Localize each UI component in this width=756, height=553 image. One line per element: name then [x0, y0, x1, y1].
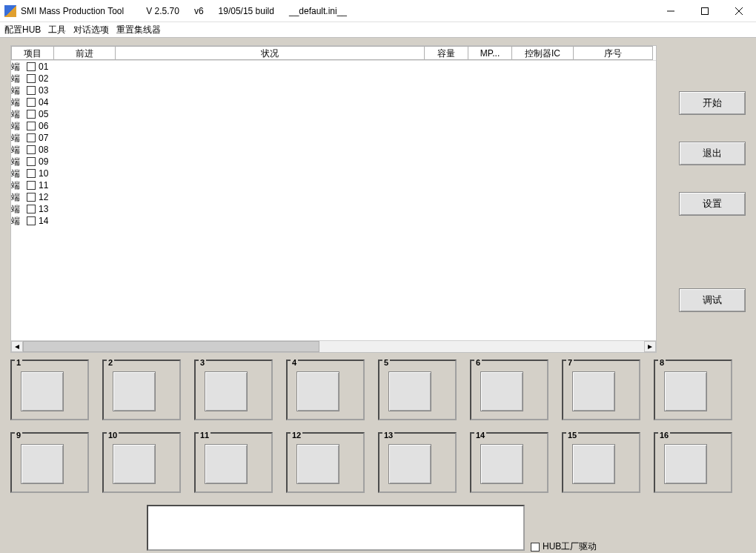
table-row[interactable]: 端02: [11, 73, 656, 85]
row-checkbox[interactable]: [27, 181, 36, 190]
port-box-2: 2: [102, 360, 181, 420]
row-checkbox[interactable]: [27, 216, 36, 225]
settings-button[interactable]: 设置: [679, 192, 746, 216]
version-2: v6: [194, 6, 204, 16]
port-prefix: 端: [11, 85, 27, 97]
minimize-button[interactable]: [654, 0, 688, 22]
port-button-13[interactable]: [388, 444, 431, 484]
ini-file: __default.ini__: [289, 6, 347, 16]
port-box-label: 2: [107, 358, 114, 367]
maximize-button[interactable]: [688, 0, 722, 22]
table-row[interactable]: 端11: [11, 179, 656, 191]
table-row[interactable]: 端07: [11, 132, 656, 144]
col-serial[interactable]: 序号: [573, 46, 653, 60]
table-row[interactable]: 端01: [11, 61, 656, 73]
col-project[interactable]: 项目: [11, 46, 54, 60]
table-row[interactable]: 端04: [11, 96, 656, 108]
port-number: 11: [39, 180, 48, 191]
scroll-right-icon[interactable]: ▸: [644, 341, 656, 352]
port-button-4[interactable]: [296, 371, 339, 411]
horizontal-scrollbar[interactable]: ◂ ▸: [11, 340, 656, 352]
menu-dialog[interactable]: 对话选项: [73, 24, 109, 36]
table-row[interactable]: 端12: [11, 191, 656, 203]
port-number: 09: [39, 156, 48, 167]
table-row[interactable]: 端10: [11, 168, 656, 179]
menu-resethub[interactable]: 重置集线器: [116, 24, 161, 36]
col-status[interactable]: 状况: [115, 46, 425, 60]
row-checkbox[interactable]: [27, 205, 36, 213]
port-button-11[interactable]: [205, 444, 248, 484]
port-button-6[interactable]: [480, 371, 523, 411]
port-box-label: 10: [107, 431, 119, 440]
col-forward[interactable]: 前进: [53, 46, 116, 60]
row-checkbox[interactable]: [27, 86, 36, 95]
row-checkbox[interactable]: [27, 157, 36, 166]
titlebar: SMI Mass Production Tool V 2.5.70 v6 19/…: [0, 0, 756, 22]
hub-factory-driver-checkbox[interactable]: HUB工厂驱动: [531, 540, 597, 553]
row-checkbox[interactable]: [27, 110, 36, 119]
port-prefix: 端: [11, 156, 27, 168]
row-checkbox[interactable]: [27, 169, 36, 178]
port-button-8[interactable]: [664, 371, 707, 411]
start-button[interactable]: 开始: [679, 91, 746, 115]
table-row[interactable]: 端14: [11, 215, 656, 227]
row-checkbox[interactable]: [27, 133, 36, 142]
port-box-15: 15: [562, 432, 640, 493]
menubar: 配置HUB 工具 对话选项 重置集线器: [0, 22, 756, 37]
port-prefix: 端: [11, 120, 27, 133]
row-checkbox[interactable]: [27, 122, 36, 130]
status-textarea[interactable]: [147, 505, 525, 551]
table-row[interactable]: 端03: [11, 85, 656, 96]
port-button-3[interactable]: [205, 371, 248, 411]
port-box-7: 7: [562, 360, 640, 420]
col-capacity[interactable]: 容量: [424, 46, 468, 60]
exit-button[interactable]: 退出: [679, 142, 746, 165]
table-row[interactable]: 端09: [11, 156, 656, 168]
port-button-12[interactable]: [296, 444, 339, 484]
scroll-track[interactable]: [319, 341, 644, 352]
row-checkbox[interactable]: [27, 193, 36, 202]
port-button-5[interactable]: [388, 371, 431, 411]
port-box-label: 12: [291, 431, 302, 440]
scroll-left-icon[interactable]: ◂: [11, 341, 23, 352]
app-title: SMI Mass Production Tool: [21, 6, 124, 16]
col-mp[interactable]: MP...: [468, 46, 512, 60]
row-checkbox[interactable]: [27, 62, 36, 71]
port-button-1[interactable]: [21, 371, 64, 411]
row-checkbox[interactable]: [27, 74, 36, 83]
port-button-2[interactable]: [113, 371, 156, 411]
port-box-1: 1: [10, 360, 89, 420]
debug-button[interactable]: 调试: [679, 288, 746, 312]
port-prefix: 端: [11, 144, 27, 156]
port-button-14[interactable]: [480, 444, 523, 484]
table-row[interactable]: 端06: [11, 120, 656, 132]
port-box-3: 3: [194, 360, 273, 420]
port-box-label: 9: [15, 431, 22, 440]
port-box-label: 8: [658, 358, 666, 367]
client-area: 项目 前进 状况 容量 MP... 控制器IC 序号 端01端02端03端04端…: [0, 37, 756, 553]
table-row[interactable]: 端08: [11, 144, 656, 156]
port-number: 14: [39, 216, 48, 226]
col-controller[interactable]: 控制器IC: [511, 46, 574, 60]
table-row[interactable]: 端13: [11, 203, 656, 215]
close-button[interactable]: [722, 0, 756, 22]
port-button-9[interactable]: [21, 444, 64, 484]
port-prefix: 端: [11, 168, 27, 180]
port-button-7[interactable]: [572, 371, 615, 411]
port-number: 06: [39, 121, 48, 131]
row-checkbox[interactable]: [27, 145, 36, 154]
checkbox-icon[interactable]: [531, 543, 540, 552]
menu-hub[interactable]: 配置HUB: [4, 24, 41, 36]
port-box-label: 14: [474, 431, 486, 440]
scroll-thumb[interactable]: [23, 341, 319, 352]
port-button-15[interactable]: [572, 444, 615, 484]
grid-header: 项目 前进 状况 容量 MP... 控制器IC 序号: [11, 46, 656, 61]
row-checkbox[interactable]: [27, 98, 36, 107]
port-button-10[interactable]: [113, 444, 156, 484]
app-icon: [4, 5, 16, 17]
port-box-14: 14: [470, 432, 548, 493]
port-button-16[interactable]: [664, 444, 707, 484]
port-number: 07: [39, 133, 48, 143]
menu-tools[interactable]: 工具: [48, 24, 66, 36]
table-row[interactable]: 端05: [11, 108, 656, 120]
